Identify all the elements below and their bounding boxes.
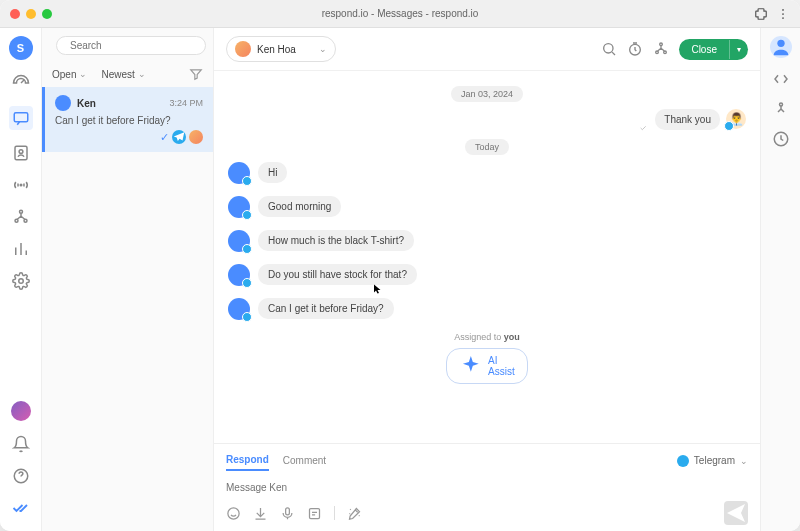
- emoji-icon[interactable]: [226, 506, 241, 521]
- date-separator: Jan 03, 2024: [228, 83, 746, 101]
- magic-icon[interactable]: [347, 506, 362, 521]
- svg-point-23: [228, 507, 239, 518]
- incoming-message: Can I get it before Friday?: [228, 298, 746, 320]
- message-input[interactable]: [226, 478, 748, 497]
- telegram-icon: [172, 130, 186, 144]
- snooze-icon[interactable]: [627, 41, 643, 57]
- outgoing-message: Thank you 👨‍💼: [228, 109, 746, 130]
- minimize-window-dot[interactable]: [26, 9, 36, 19]
- nav-rail: S: [0, 28, 42, 531]
- date-separator: Today: [228, 136, 746, 154]
- svg-point-8: [15, 219, 18, 222]
- close-label: Close: [679, 39, 729, 60]
- notifications-icon[interactable]: [12, 435, 30, 453]
- sort-filter-label: Newest: [101, 69, 134, 80]
- svg-point-17: [604, 44, 613, 53]
- channel-badge-icon: [724, 121, 734, 131]
- incoming-message: Hi: [228, 162, 746, 184]
- tab-respond[interactable]: Respond: [226, 450, 269, 471]
- svg-rect-3: [14, 113, 28, 122]
- svg-point-27: [779, 103, 782, 106]
- search-messages-icon[interactable]: [601, 41, 617, 57]
- filter-icon[interactable]: [189, 67, 203, 81]
- workspace-logo[interactable]: S: [9, 36, 33, 60]
- message-bubble: Good morning: [258, 196, 341, 217]
- svg-point-5: [19, 150, 23, 154]
- close-dropdown-icon[interactable]: ▾: [729, 40, 748, 59]
- incoming-message: Good morning: [228, 196, 746, 218]
- contact-name-label: Ken Hoa: [257, 44, 313, 55]
- dashboard-icon[interactable]: [12, 74, 30, 92]
- clock-icon[interactable]: [772, 130, 790, 148]
- customer-avatar: [228, 298, 250, 320]
- svg-point-0: [782, 9, 784, 11]
- channel-label: Telegram: [694, 455, 735, 466]
- contact-avatar-icon: [235, 41, 251, 57]
- ai-assist-button[interactable]: AI Assist: [446, 348, 527, 384]
- assign-icon[interactable]: [653, 41, 669, 57]
- svg-point-2: [782, 17, 784, 19]
- contacts-icon[interactable]: [12, 144, 30, 162]
- svg-point-20: [660, 43, 663, 46]
- message-bubble: Thank you: [655, 109, 720, 130]
- ai-assist-label: AI Assist: [488, 355, 515, 377]
- user-avatar[interactable]: [11, 401, 31, 421]
- divider: [334, 506, 335, 520]
- tab-comment[interactable]: Comment: [283, 451, 326, 470]
- svg-rect-25: [310, 508, 320, 518]
- svg-point-6: [20, 184, 22, 186]
- contact-info-icon[interactable]: [770, 36, 792, 58]
- svg-point-22: [664, 51, 667, 54]
- status-filter[interactable]: Open⌄: [52, 69, 87, 80]
- conversation-item[interactable]: Ken 3:24 PM Can I get it before Friday? …: [42, 87, 213, 152]
- channel-badge-icon: [242, 176, 252, 186]
- maximize-window-dot[interactable]: [42, 9, 52, 19]
- svg-point-10: [18, 279, 23, 284]
- contact-name: Ken: [77, 98, 163, 109]
- detail-rail: [760, 28, 800, 531]
- voice-icon[interactable]: [280, 506, 295, 521]
- customer-avatar: [228, 162, 250, 184]
- telegram-icon: [677, 455, 689, 467]
- expand-icon[interactable]: [772, 70, 790, 88]
- incoming-message: How much is the black T-shirt?: [228, 230, 746, 252]
- chevron-down-icon: ⌄: [319, 44, 327, 54]
- svg-point-9: [24, 219, 27, 222]
- broadcast-icon[interactable]: [12, 176, 30, 194]
- more-icon[interactable]: [776, 7, 790, 21]
- titlebar: respond.io - Messages - respond.io: [0, 0, 800, 28]
- customer-avatar: [228, 230, 250, 252]
- snippets-icon[interactable]: [307, 506, 322, 521]
- reports-icon[interactable]: [12, 240, 30, 258]
- svg-point-7: [19, 210, 22, 213]
- read-check-icon: ✓: [160, 131, 169, 144]
- conversation-preview: Can I get it before Friday?: [55, 115, 203, 126]
- message-bubble: How much is the black T-shirt?: [258, 230, 414, 251]
- customer-avatar: [228, 196, 250, 218]
- help-icon[interactable]: [12, 467, 30, 485]
- sort-filter[interactable]: Newest⌄: [101, 69, 145, 80]
- inbox-panel: Open⌄ Newest⌄ Ken 3:24 PM Can I get it b…: [42, 28, 214, 531]
- send-button[interactable]: [724, 501, 748, 525]
- workflow-icon[interactable]: [12, 208, 30, 226]
- activity-icon[interactable]: [772, 100, 790, 118]
- svg-rect-24: [286, 507, 290, 514]
- extension-icon[interactable]: [754, 7, 768, 21]
- message-bubble: Do you still have stock for that?: [258, 264, 417, 285]
- message-bubble: Hi: [258, 162, 287, 183]
- close-button[interactable]: Close ▾: [679, 39, 748, 60]
- delivered-check-icon: [637, 123, 651, 133]
- settings-icon[interactable]: [12, 272, 30, 290]
- assigned-text: Assigned to you: [228, 332, 746, 342]
- status-filter-label: Open: [52, 69, 76, 80]
- channel-selector[interactable]: Telegram ⌄: [677, 455, 748, 467]
- contact-selector[interactable]: Ken Hoa ⌄: [226, 36, 336, 62]
- search-field[interactable]: [70, 40, 197, 51]
- attachment-icon[interactable]: [253, 506, 268, 521]
- contact-avatar: [55, 95, 71, 111]
- message-list: Jan 03, 2024 Thank you 👨‍💼 Today Hi: [214, 71, 760, 443]
- search-input[interactable]: [56, 36, 206, 55]
- messages-icon[interactable]: [9, 106, 33, 130]
- close-window-dot[interactable]: [10, 9, 20, 19]
- assignee-avatar: [189, 130, 203, 144]
